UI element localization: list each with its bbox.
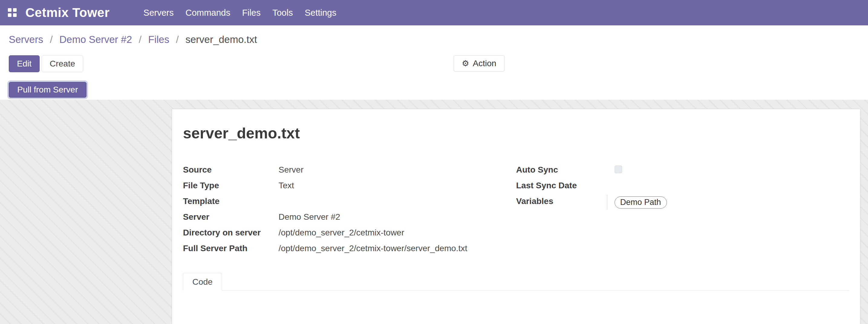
menu-item-servers[interactable]: Servers: [143, 8, 174, 18]
field-row-directory: Directory on server /opt/demo_server_2/c…: [183, 228, 516, 237]
form-sheet: server_demo.txt Source Server File Type …: [172, 109, 861, 324]
variables-tags-cell: Demo Path: [615, 196, 667, 208]
variable-tag-demo-path[interactable]: Demo Path: [615, 196, 667, 208]
field-label: Template: [183, 196, 279, 206]
apps-grid-icon[interactable]: [8, 8, 17, 17]
field-label: Server: [183, 212, 279, 222]
page: Cetmix Tower Servers Commands Files Tool…: [0, 0, 868, 324]
menu-item-commands[interactable]: Commands: [185, 8, 230, 18]
field-label: File Type: [183, 181, 279, 190]
field-row-full-path: Full Server Path /opt/demo_server_2/cetm…: [183, 244, 516, 253]
field-row-server: Server Demo Server #2: [183, 212, 516, 222]
main-menu: Servers Commands Files Tools Settings: [143, 8, 336, 18]
form-buttons: Edit Create: [9, 55, 83, 72]
field-label: Full Server Path: [183, 244, 279, 253]
field-label: Auto Sync: [516, 165, 615, 174]
apps-grid-square: [13, 13, 17, 17]
field-row-source: Source Server: [183, 165, 516, 174]
breadcrumb-current: server_demo.txt: [185, 34, 257, 45]
field-label: Variables: [516, 196, 615, 208]
apps-grid-square: [8, 13, 11, 17]
field-label: Source: [183, 165, 279, 174]
field-label: Directory on server: [183, 228, 279, 237]
form-view-background: server_demo.txt Source Server File Type …: [0, 100, 868, 324]
action-button-label: Action: [473, 59, 496, 68]
field-row-last-sync-date: Last Sync Date: [516, 181, 849, 190]
server-record-link[interactable]: Demo Server #2: [279, 212, 340, 222]
app-brand[interactable]: Cetmix Tower: [25, 5, 110, 20]
field-row-file-type: File Type Text: [183, 181, 516, 190]
breadcrumb: Servers / Demo Server #2 / Files / serve…: [9, 34, 257, 45]
field-value: /opt/demo_server_2/cetmix-tower/server_d…: [279, 244, 467, 253]
field-group-left: Source Server File Type Text Template Se…: [183, 165, 516, 259]
field-row-auto-sync: Auto Sync: [516, 165, 849, 174]
action-button[interactable]: ⚙ Action: [454, 55, 504, 72]
breadcrumb-files[interactable]: Files: [148, 34, 169, 45]
field-groups: Source Server File Type Text Template Se…: [183, 165, 849, 259]
breadcrumb-demo-server[interactable]: Demo Server #2: [59, 34, 132, 45]
menu-item-files[interactable]: Files: [242, 8, 261, 18]
field-value: /opt/demo_server_2/cetmix-tower: [279, 228, 404, 237]
field-row-variables: Variables Demo Path: [516, 196, 849, 208]
field-group-right: Auto Sync Last Sync Date Variables Demo …: [516, 165, 849, 259]
breadcrumb-servers[interactable]: Servers: [9, 34, 43, 45]
menu-item-settings[interactable]: Settings: [305, 8, 336, 18]
control-panel: Servers / Demo Server #2 / Files / serve…: [0, 25, 868, 100]
field-row-template: Template: [183, 196, 516, 206]
field-value: Text: [279, 181, 294, 190]
gear-icon: ⚙: [462, 59, 469, 68]
breadcrumb-separator: /: [139, 34, 142, 45]
auto-sync-checkbox[interactable]: [615, 166, 622, 173]
pull-from-server-button[interactable]: Pull from Server: [9, 82, 87, 98]
menu-item-tools[interactable]: Tools: [273, 8, 293, 18]
breadcrumb-separator: /: [176, 34, 179, 45]
apps-grid-square: [8, 8, 11, 12]
breadcrumb-separator: /: [50, 34, 53, 45]
field-label: Last Sync Date: [516, 181, 615, 190]
record-title: server_demo.txt: [183, 125, 849, 142]
tab-code[interactable]: Code: [183, 273, 222, 290]
edit-button[interactable]: Edit: [9, 55, 40, 72]
field-value: Server: [279, 165, 303, 174]
apps-grid-square: [13, 8, 17, 12]
top-navbar: Cetmix Tower Servers Commands Files Tool…: [0, 0, 868, 25]
notebook-tabs: Code: [183, 273, 849, 290]
create-button[interactable]: Create: [41, 55, 83, 72]
